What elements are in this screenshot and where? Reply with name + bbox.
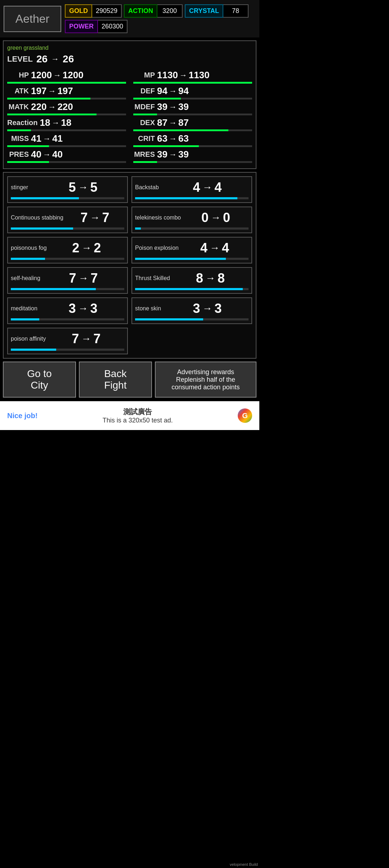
skill-from: 5: [68, 180, 76, 195]
skill-from: 4: [200, 240, 207, 256]
stat-from: 197: [31, 85, 46, 97]
skill-item-poison-affinity[interactable]: poison affinity 7 → 7: [7, 328, 128, 354]
skill-bar: [11, 318, 39, 320]
back-fight-button[interactable]: BackFight: [79, 362, 152, 398]
skill-to: 7: [90, 271, 98, 286]
stat-from: 41: [31, 133, 41, 144]
skill-bar: [11, 349, 56, 351]
skill-values: 0 → 0: [183, 210, 249, 225]
stat-to: 63: [178, 133, 189, 144]
skills-panel: stinger 5 → 5 Backstab 4 → 4: [3, 172, 256, 359]
skill-bar-container: [11, 318, 124, 320]
level-to: 26: [63, 53, 74, 65]
stat-bar-container: [133, 129, 252, 131]
stat-to: 220: [57, 101, 73, 112]
stat-arrow: →: [169, 150, 177, 159]
skill-bar-container: [11, 197, 124, 199]
stat-label: HP: [7, 71, 29, 79]
skill-to: 5: [90, 180, 98, 195]
stat-from: 63: [157, 133, 167, 144]
skill-item-thrust-skilled[interactable]: Thrust Skilled 8 → 8: [131, 267, 252, 294]
stat-entry-crit: CRIT 63 → 63: [133, 133, 252, 147]
level-from: 26: [36, 53, 48, 65]
stat-values: 220 → 220: [31, 101, 126, 112]
stat-arrow: →: [179, 71, 187, 80]
level-arrow: →: [51, 54, 59, 64]
skill-top: stinger 5 → 5: [11, 180, 124, 195]
skill-name: Poison explosion: [135, 245, 179, 251]
stat-bar: [7, 114, 97, 115]
skill-arrow: →: [78, 273, 88, 284]
skill-item-self-healing[interactable]: self-healing 7 → 7: [7, 267, 128, 294]
watermark: velopment Build: [230, 862, 258, 867]
stat-label: MISS: [7, 134, 29, 143]
stat-label: MATK: [7, 103, 29, 111]
crystal-resource: CRYSTAL 78: [185, 4, 249, 18]
gold-value: 290529: [92, 4, 122, 18]
skill-bar-container: [11, 288, 124, 290]
skill-item-backstab[interactable]: Backstab 4 → 4: [131, 176, 252, 203]
level-label: LEVEL: [7, 54, 33, 64]
skill-bar: [11, 197, 79, 199]
skill-bar: [11, 258, 45, 260]
go-to-city-button[interactable]: Go toCity: [3, 362, 76, 398]
stat-label: DEX: [133, 119, 155, 127]
skill-values: 5 → 5: [42, 180, 124, 195]
stat-entry-def: DEF 94 → 94: [133, 85, 252, 99]
skill-bar-container: [135, 197, 249, 199]
stat-bar-container: [7, 98, 126, 99]
ad-reward-button[interactable]: Advertising rewards Replenish half of th…: [155, 362, 256, 398]
gold-resource: GOLD 290529: [65, 4, 122, 18]
gold-label: GOLD: [65, 4, 92, 18]
ad-banner[interactable]: Nice job! 測試廣告 This is a 320x50 test ad.…: [0, 401, 259, 430]
stat-arrow: →: [169, 87, 177, 96]
skill-values: 4 → 4: [181, 240, 249, 256]
skill-values: 7 → 7: [66, 210, 124, 225]
stat-label: CRIT: [133, 134, 155, 143]
stat-label: MRES: [133, 150, 155, 159]
skill-from: 3: [193, 301, 200, 316]
stat-bar: [7, 82, 126, 84]
stat-label: Reaction: [7, 119, 37, 127]
stat-values: 63 → 63: [157, 133, 252, 144]
skill-item-poisonous-fog[interactable]: poisonous fog 2 → 2: [7, 237, 128, 264]
stat-to: 39: [178, 101, 189, 112]
stat-entry-miss: MISS 41 → 41: [7, 133, 126, 147]
skill-arrow: →: [81, 333, 91, 345]
stat-entry-mp: MP 1130 → 1130: [133, 70, 252, 84]
ad-content: 測試廣告 This is a 320x50 test ad.: [103, 407, 173, 424]
skill-top: telekinesis combo 0 → 0: [135, 210, 249, 225]
stat-values: 1200 → 1200: [31, 70, 126, 81]
stat-bar: [7, 161, 49, 163]
skill-item-continuous-stabbing[interactable]: Continuous stabbing 7 → 7: [7, 207, 128, 233]
skill-top: stone skin 3 → 3: [135, 301, 249, 316]
stat-from: 94: [157, 85, 167, 97]
skill-name: self-healing: [11, 275, 40, 282]
stat-from: 220: [31, 101, 46, 112]
stat-values: 40 → 40: [31, 149, 126, 160]
skill-item-stone-skin[interactable]: stone skin 3 → 3: [131, 297, 252, 324]
stat-to: 18: [61, 117, 71, 128]
skill-item-poison-explosion[interactable]: Poison explosion 4 → 4: [131, 237, 252, 264]
stat-bar: [133, 98, 181, 99]
skill-arrow: →: [202, 303, 213, 314]
skill-values: 2 → 2: [49, 240, 124, 256]
stat-bar: [7, 129, 31, 131]
stat-arrow: →: [43, 134, 51, 143]
stat-entry-mdef: MDEF 39 → 39: [133, 101, 252, 115]
skill-to: 7: [102, 210, 109, 225]
skill-name: poisonous fog: [11, 245, 47, 251]
stat-bar: [7, 145, 49, 147]
skill-to: 8: [218, 271, 225, 286]
skill-bar: [135, 227, 141, 230]
skill-from: 4: [193, 180, 200, 195]
stat-label: PRES: [7, 150, 29, 159]
skill-item-meditation[interactable]: meditation 3 → 3: [7, 297, 128, 324]
stats-panel: green grassland LEVEL 26 → 26 HP 1200 → …: [3, 40, 256, 169]
skill-item-stinger[interactable]: stinger 5 → 5: [7, 176, 128, 203]
stat-label: MDEF: [133, 103, 155, 111]
stat-arrow: →: [52, 118, 59, 128]
skill-item-telekinesis-combo[interactable]: telekinesis combo 0 → 0: [131, 207, 252, 233]
skill-to: 3: [215, 301, 222, 316]
skill-from: 7: [72, 331, 79, 346]
